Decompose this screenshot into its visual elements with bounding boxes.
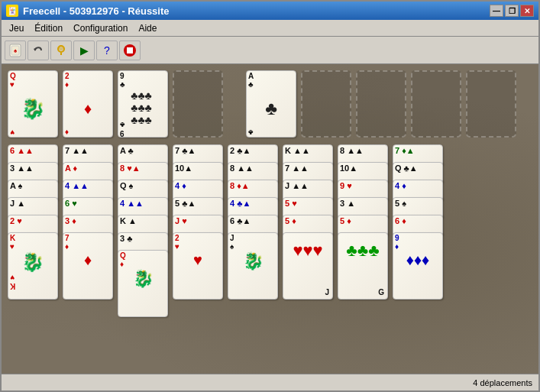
tableau-col1-card5[interactable]: 7♦ ♦ [63, 232, 113, 300]
card-val: 6 ♣▲ [228, 215, 277, 226]
freecell-1[interactable]: 2♦ ♦ 2♦ [63, 70, 113, 138]
close-button[interactable]: ✕ [520, 5, 534, 17]
card-val: 8 ▲▲ [228, 163, 277, 173]
tableau-col5-card5[interactable]: ♥♥♥ J [283, 232, 333, 300]
card-image: ♥♥♥ [283, 233, 332, 261]
hint-button[interactable] [50, 40, 72, 60]
card-val: K ▲ [118, 215, 167, 226]
card-image: ♦ [63, 89, 112, 128]
card-val: 4 ▲▲ [63, 180, 112, 191]
card-image: ♣♣♣ [338, 233, 387, 261]
window-title: Freecell - 503912976 - Réussite [23, 5, 170, 17]
toolbar: ♠ ▶ ? [2, 37, 538, 64]
card-val: 7 ♣▲ [173, 145, 222, 156]
play-button[interactable]: ▶ [73, 40, 95, 60]
svg-rect-8 [127, 47, 133, 53]
move-count: 4 déplacements [473, 378, 532, 387]
freecell-0[interactable]: Q♥ 🐉 Q♥ [8, 70, 58, 138]
card-rank-bottom: K♥ [8, 273, 57, 291]
foundation-2-empty[interactable] [356, 70, 406, 138]
card-image: ♥ [173, 251, 222, 269]
card-val: 10▲ [173, 163, 222, 173]
card-val: 4 ▲▲ [118, 198, 167, 209]
card-rank: 9♣ [118, 71, 167, 89]
app-icon: 🃏 [6, 5, 18, 17]
card-val: J ▲ [8, 198, 57, 209]
card-val: 3 ♣ [118, 233, 167, 244]
help-button[interactable]: ? [96, 40, 118, 60]
card-image: ♣ [247, 89, 296, 128]
menu-item-edition[interactable]: Édition [30, 21, 67, 35]
card-rank-bottom: Q♥ [8, 128, 57, 138]
card-rank-bottom: 2♦ [63, 128, 112, 138]
restore-button[interactable]: ❐ [505, 5, 519, 17]
freecell-3-empty[interactable] [173, 70, 223, 138]
card-val: 4 ♣▲ [228, 198, 277, 209]
tableau-col6-card5[interactable]: ♣♣♣ G [338, 232, 388, 300]
window-controls: — ❐ ✕ [490, 5, 534, 17]
card-image: 🐉 [8, 89, 57, 128]
card-val: Q ♣▲ [393, 163, 442, 173]
card-val: 3 ▲▲ [8, 163, 57, 173]
card-val: A ♠ [8, 180, 57, 191]
card-val: 6 ♥ [63, 198, 112, 209]
card-val: 9 ♥ [338, 180, 387, 191]
title-bar: 🃏 Freecell - 503912976 - Réussite — ❐ ✕ [2, 2, 538, 20]
card-image: ♦♦♦ [393, 251, 442, 269]
card-val: 5 ♠ [393, 198, 442, 209]
card-val: 4 ♦ [393, 180, 442, 191]
foundation-0[interactable]: A♣ ♣ A♣ [246, 70, 296, 138]
card-rank: J♠ [228, 233, 277, 251]
freecell-2[interactable]: 9♣ ♣♣♣♣♣♣♣♣♣ 9♣ [118, 70, 168, 138]
card-val: 5 ♥ [283, 198, 332, 209]
card-rank: 7♦ [63, 233, 112, 251]
card-rank: Q♦ [118, 251, 167, 269]
new-game-button[interactable]: ♠ [5, 40, 26, 60]
foundation-3-empty[interactable] [411, 70, 461, 138]
card-val: 4 ♦ [173, 180, 222, 191]
card-val: 2 ♥ [8, 215, 57, 226]
card-rank: 2♦ [63, 71, 112, 89]
foundation-4-empty[interactable] [466, 70, 516, 138]
card-image: 🐉 [8, 251, 57, 273]
minimize-button[interactable]: — [490, 5, 503, 17]
tableau-col3-card5[interactable]: 2♥ ♥ [173, 232, 223, 300]
title-bar-left: 🃏 Freecell - 503912976 - Réussite [6, 5, 170, 17]
card-val: 5 ♦ [283, 215, 332, 226]
card-val: 8 ♦▲ [228, 180, 277, 191]
card-val: 6 ▲▲ [8, 145, 57, 156]
card-val: 8 ▲▲ [338, 145, 387, 156]
stop-button[interactable] [119, 40, 141, 60]
menu-bar: Jeu Édition Configuration Aide [2, 20, 538, 37]
window: 🃏 Freecell - 503912976 - Réussite — ❐ ✕ … [0, 0, 540, 392]
card-val: 5 ♦ [338, 215, 387, 226]
card-rank: Q♥ [8, 71, 57, 89]
card-image: ♣♣♣♣♣♣♣♣♣ [118, 89, 164, 120]
card-val: 8 ♥▲ [118, 163, 167, 173]
menu-item-configuration[interactable]: Configuration [69, 21, 132, 35]
card-val: J ▲▲ [283, 180, 332, 191]
card-rank-bottom: A♣ [247, 128, 296, 138]
card-image: 🐉 [118, 269, 167, 289]
undo-button[interactable] [27, 40, 49, 60]
tableau-col0-card5[interactable]: K♥ 🐉 K♥ [8, 232, 58, 300]
card-val: A ♦ [63, 163, 112, 173]
card-val: Q ♠ [118, 180, 167, 191]
menu-item-jeu[interactable]: Jeu [5, 21, 28, 35]
menu-item-aide[interactable]: Aide [134, 21, 161, 35]
tableau-col4-card5[interactable]: J♠ 🐉 [228, 232, 278, 300]
card-rank: 9♦ [393, 233, 442, 251]
card-val: 3 ▲ [338, 198, 387, 209]
card-val: K ▲▲ [283, 145, 332, 156]
card-val: 10▲ [338, 163, 387, 173]
card-rank: 2♥ [173, 233, 222, 251]
tableau-col7-card5[interactable]: 9♦ ♦♦♦ [393, 232, 443, 300]
card-val: 2 ♣▲ [228, 145, 277, 156]
card-val: A ♣ [118, 145, 167, 156]
card-image: ♦ [63, 251, 112, 269]
card-rank-bottom: 9♣ [118, 120, 167, 138]
foundation-1-empty[interactable] [301, 70, 351, 138]
card-rank: A♣ [247, 71, 296, 89]
card-val: 5 ♣▲ [173, 198, 222, 209]
tableau-col2-card6[interactable]: Q♦ 🐉 [118, 250, 168, 317]
